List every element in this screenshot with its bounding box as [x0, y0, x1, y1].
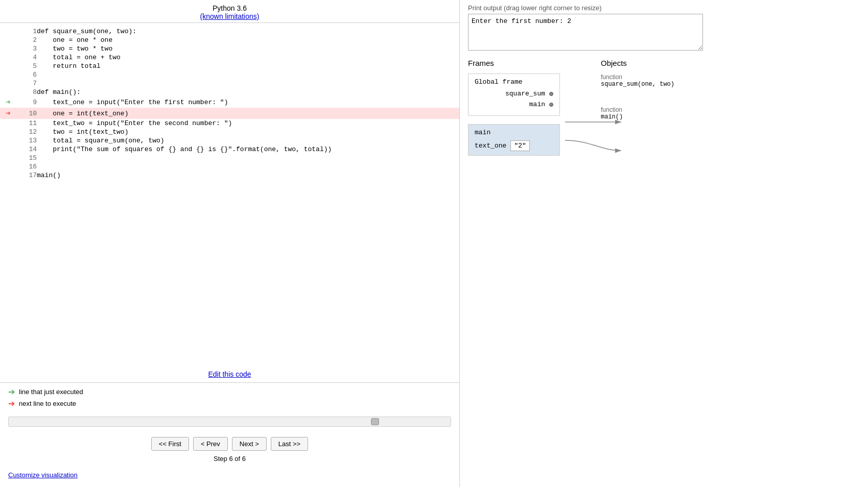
arrow-col: [0, 119, 16, 128]
square-sum-var: square_sum: [505, 90, 545, 98]
code-text: total = square_sum(one, two): [37, 136, 459, 145]
function-main-label: function: [601, 106, 674, 113]
arrow-col: [0, 154, 16, 162]
line-number: 13: [16, 136, 37, 145]
objects-column: Objects function square_sum(one, two) fu…: [560, 59, 674, 156]
main-var-row: main: [475, 101, 553, 108]
square-sum-row: square_sum: [475, 90, 553, 98]
frames-header: Frames: [468, 59, 560, 67]
left-panel: Python 3.6 (known limitations) 1def squa…: [0, 0, 460, 487]
arrow-col: [0, 70, 16, 79]
table-row: 2 one = one * one: [0, 36, 459, 44]
main-dot: [549, 103, 553, 107]
main-frame-box: main text_one "2": [468, 124, 560, 156]
arrow-col: [0, 145, 16, 154]
legend-red: ➔ next line to execute: [8, 399, 451, 408]
right-panel: Print output (drag lower right corner to…: [460, 0, 868, 487]
red-arrow-icon: ➔: [6, 109, 11, 118]
line-number: 4: [16, 53, 37, 62]
global-frame-box: Global frame square_sum main: [468, 74, 560, 116]
line-number: 6: [16, 70, 37, 79]
table-row: 17main(): [0, 171, 459, 180]
code-text: one = one * one: [37, 36, 459, 44]
arrow-col: [0, 88, 16, 96]
code-text: [37, 162, 459, 171]
step-info: Step 6 of 6: [0, 453, 459, 467]
code-text: return total: [37, 62, 459, 70]
prev-button[interactable]: < Prev: [193, 437, 228, 451]
function-main-sig: main(): [601, 113, 674, 120]
red-arrow-icon: ➔: [8, 399, 15, 408]
arrow-col: [0, 162, 16, 171]
arrow-col: [0, 44, 16, 53]
code-text: one = int(text_one): [37, 108, 459, 119]
python-version-text: Python 3.6: [213, 4, 247, 12]
code-text: two = two * two: [37, 44, 459, 53]
code-text: [37, 154, 459, 162]
edit-link-section: Edit this code: [0, 362, 459, 382]
square-sum-dot: [549, 92, 553, 96]
table-row: 12 two = int(text_two): [0, 128, 459, 136]
table-row: 7: [0, 79, 459, 88]
table-row: 15: [0, 154, 459, 162]
text-one-var: text_one: [475, 142, 506, 150]
text-one-row: text_one "2": [475, 140, 553, 151]
line-number: 1: [16, 27, 37, 36]
print-output-label: Print output (drag lower right corner to…: [468, 4, 860, 12]
legend-green: ➔ line that just executed: [8, 387, 451, 397]
scrollbar[interactable]: [8, 417, 451, 427]
edit-this-code-link[interactable]: Edit this code: [208, 370, 251, 378]
code-text: total = one + two: [37, 53, 459, 62]
last-button[interactable]: Last >>: [271, 437, 308, 451]
red-legend-label: next line to execute: [19, 400, 76, 407]
table-row: ➔10 one = int(text_one): [0, 108, 459, 119]
line-number: 7: [16, 79, 37, 88]
arrow-col: [0, 27, 16, 36]
arrow-col: [0, 79, 16, 88]
function-main-object: function main(): [601, 106, 674, 120]
code-text: def main():: [37, 88, 459, 96]
customize-visualization-link[interactable]: Customize visualization: [8, 471, 78, 479]
first-button[interactable]: << First: [151, 437, 189, 451]
code-text: print("The sum of squares of {} and {} i…: [37, 145, 459, 154]
table-row: 13 total = square_sum(one, two): [0, 136, 459, 145]
line-number: 11: [16, 119, 37, 128]
line-number: 5: [16, 62, 37, 70]
table-row: 3 two = two * two: [0, 44, 459, 53]
next-button[interactable]: Next >: [232, 437, 267, 451]
frames-column: Frames Global frame square_sum main mai: [468, 59, 560, 156]
known-limitations-link[interactable]: (known limitations): [200, 12, 260, 20]
scrollbar-thumb[interactable]: [371, 418, 379, 425]
arrow-col: [0, 36, 16, 44]
function-square-sum-object: function square_sum(one, two): [601, 74, 674, 88]
arrow-col: ➔: [0, 108, 16, 119]
function-square-sum-sig: square_sum(one, two): [601, 81, 674, 88]
arrow-col: [0, 128, 16, 136]
table-row: 6: [0, 70, 459, 79]
python-version-header: Python 3.6 (known limitations): [0, 4, 459, 20]
objects-header: Objects: [601, 59, 674, 67]
line-number: 3: [16, 44, 37, 53]
table-row: ➔9 text_one = input("Enter the first num…: [0, 96, 459, 108]
line-number: 8: [16, 88, 37, 96]
function-square-sum-label: function: [601, 74, 674, 81]
green-legend-label: line that just executed: [19, 388, 83, 396]
code-text: [37, 70, 459, 79]
table-row: 11 text_two = input("Enter the second nu…: [0, 119, 459, 128]
print-output-box[interactable]: [468, 14, 703, 51]
arrow-col: [0, 53, 16, 62]
code-text: text_one = input("Enter the first number…: [37, 96, 459, 108]
table-row: 1def square_sum(one, two):: [0, 27, 459, 36]
line-number: 16: [16, 162, 37, 171]
text-one-value: "2": [510, 140, 529, 151]
arrow-col: [0, 62, 16, 70]
line-number: 12: [16, 128, 37, 136]
main-var: main: [529, 101, 545, 108]
table-row: 5 return total: [0, 62, 459, 70]
code-text: def square_sum(one, two):: [37, 27, 459, 36]
nav-buttons: << First < Prev Next > Last >>: [0, 431, 459, 453]
arrow-col: ➔: [0, 96, 16, 108]
line-number: 14: [16, 145, 37, 154]
code-text: text_two = input("Enter the second numbe…: [37, 119, 459, 128]
table-row: 14 print("The sum of squares of {} and {…: [0, 145, 459, 154]
